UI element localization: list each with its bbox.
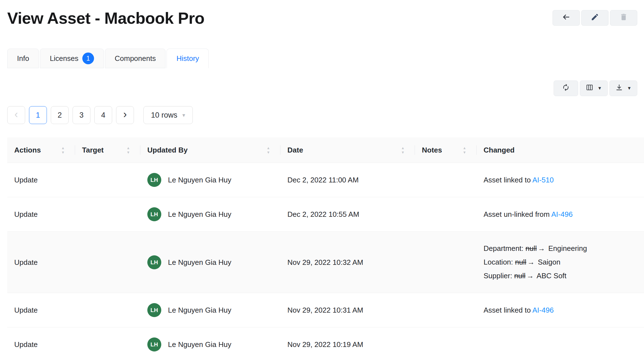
action-cell: Update <box>7 197 75 232</box>
updated-by-cell: LHLe Nguyen Gia Huy <box>140 197 280 232</box>
column-header-notes[interactable]: Notes ▲▼ <box>415 137 477 163</box>
target-cell <box>75 232 140 293</box>
table-row: UpdateLHLe Nguyen Gia HuyDec 2, 2022 11:… <box>7 163 644 197</box>
date-cell: Dec 2, 2022 10:55 AM <box>280 197 415 232</box>
updated-by-cell: LHLe Nguyen Gia Huy <box>140 293 280 327</box>
target-cell <box>75 163 140 197</box>
tab-licenses[interactable]: Licenses 1 <box>40 49 104 68</box>
avatar: LH <box>147 207 161 221</box>
delete-button[interactable] <box>610 10 637 26</box>
changed-line: Department: null→ Engineering <box>484 242 637 255</box>
sort-desc-icon: ▼ <box>266 151 270 154</box>
chevron-left-icon: ‹ <box>15 114 18 116</box>
chevron-down-icon: ▼ <box>597 86 602 91</box>
user-name: Le Nguyen Gia Huy <box>168 173 231 187</box>
user: LHLe Nguyen Gia Huy <box>147 303 273 317</box>
pagination: ‹ 1 2 3 4 › 10 rows ▾ <box>0 106 644 124</box>
export-button[interactable]: ▼ <box>609 80 637 96</box>
user: LHLe Nguyen Gia Huy <box>147 255 273 269</box>
trash-icon <box>619 13 628 23</box>
sort-icons[interactable]: ▲▼ <box>126 146 130 154</box>
page-button-2[interactable]: 2 <box>51 106 69 124</box>
licenses-count-badge: 1 <box>82 53 94 64</box>
column-label: Changed <box>484 145 515 155</box>
changed-cell: Department: null→ EngineeringLocation: n… <box>477 232 644 293</box>
changed-cell: Asset un-linked from AI-496 <box>477 197 644 232</box>
tab-label: History <box>176 54 199 63</box>
sort-desc-icon: ▼ <box>61 151 65 154</box>
asset-link[interactable]: AI-510 <box>532 176 554 184</box>
column-header-updated-by[interactable]: Updated By ▲▼ <box>140 137 280 163</box>
page-button-3[interactable]: 3 <box>73 106 90 124</box>
arrow-left-icon <box>562 13 570 23</box>
asset-link[interactable]: AI-496 <box>532 306 554 314</box>
date-cell: Nov 29, 2022 10:31 AM <box>280 293 415 327</box>
back-button[interactable] <box>552 10 580 26</box>
history-table: Actions ▲▼ Target ▲▼ Updated By ▲▼ Date <box>7 137 644 352</box>
sort-asc-icon: ▲ <box>401 146 405 150</box>
page-title: View Asset - Macbook Pro <box>7 8 205 28</box>
header-actions <box>552 10 637 26</box>
column-header-date[interactable]: Date ▲▼ <box>280 137 415 163</box>
chevron-down-icon: ▼ <box>627 86 631 91</box>
changed-text: Department: <box>484 244 525 253</box>
old-value-strikethrough: null <box>514 272 525 280</box>
date-cell: Nov 29, 2022 10:32 AM <box>280 232 415 293</box>
sort-asc-icon: ▲ <box>126 146 130 150</box>
date-cell: Nov 29, 2022 10:19 AM <box>280 327 415 352</box>
changed-text: Engineering <box>546 244 587 253</box>
pencil-icon <box>591 13 599 23</box>
user: LHLe Nguyen Gia Huy <box>147 173 273 187</box>
column-label: Updated By <box>147 145 188 155</box>
tab-components[interactable]: Components <box>105 49 165 68</box>
notes-cell <box>415 327 477 352</box>
tab-label: Licenses <box>50 54 78 63</box>
tab-bar: Info Licenses 1 Components History <box>0 49 644 68</box>
changed-text: Supplier: <box>484 272 514 280</box>
asset-link[interactable]: AI-496 <box>551 210 573 218</box>
changed-text: Asset un-linked from <box>484 210 551 218</box>
user-name: Le Nguyen Gia Huy <box>168 338 231 351</box>
page-button-1[interactable]: 1 <box>29 106 47 124</box>
sort-icons[interactable]: ▲▼ <box>61 146 65 154</box>
changed-line: Asset linked to AI-496 <box>484 303 637 317</box>
sort-asc-icon: ▲ <box>463 146 466 150</box>
avatar: LH <box>147 337 161 351</box>
column-header-actions[interactable]: Actions ▲▼ <box>7 137 75 163</box>
tab-label: Info <box>17 54 29 63</box>
page-button-4[interactable]: 4 <box>94 106 112 124</box>
table-row: UpdateLHLe Nguyen Gia HuyNov 29, 2022 10… <box>7 293 644 327</box>
changed-text: Asset linked to <box>484 176 532 184</box>
tab-info[interactable]: Info <box>7 49 39 68</box>
page-header: View Asset - Macbook Pro <box>0 0 644 28</box>
prev-page-button[interactable]: ‹ <box>7 106 25 124</box>
changed-line: Asset linked to AI-510 <box>484 173 637 187</box>
updated-by-cell: LHLe Nguyen Gia Huy <box>140 327 280 352</box>
changed-cell: Asset linked to AI-496 <box>477 293 644 327</box>
sort-icons[interactable]: ▲▼ <box>463 146 466 154</box>
changed-text: ABC Soft <box>535 272 566 280</box>
column-label: Notes <box>422 145 442 155</box>
columns-button[interactable]: ▼ <box>580 80 608 96</box>
column-label: Target <box>82 145 104 155</box>
next-page-button[interactable]: › <box>116 106 134 124</box>
download-icon <box>615 84 623 93</box>
action-cell: Update <box>7 327 75 352</box>
target-cell <box>75 327 140 352</box>
updated-by-cell: LHLe Nguyen Gia Huy <box>140 163 280 197</box>
column-header-target[interactable]: Target ▲▼ <box>75 137 140 163</box>
sort-icons[interactable]: ▲▼ <box>266 146 270 154</box>
old-value-strikethrough: null <box>515 258 526 266</box>
action-cell: Update <box>7 293 75 327</box>
edit-button[interactable] <box>581 10 609 26</box>
rows-per-page-select[interactable]: 10 rows ▾ <box>143 106 193 124</box>
user-name: Le Nguyen Gia Huy <box>168 256 231 269</box>
tab-history[interactable]: History <box>167 49 209 68</box>
column-label: Actions <box>14 145 41 155</box>
sort-asc-icon: ▲ <box>266 146 270 150</box>
user-name: Le Nguyen Gia Huy <box>168 303 231 317</box>
date-cell: Dec 2, 2022 11:00 AM <box>280 163 415 197</box>
sort-icons[interactable]: ▲▼ <box>401 146 405 154</box>
target-cell <box>75 197 140 232</box>
refresh-button[interactable] <box>554 80 578 96</box>
